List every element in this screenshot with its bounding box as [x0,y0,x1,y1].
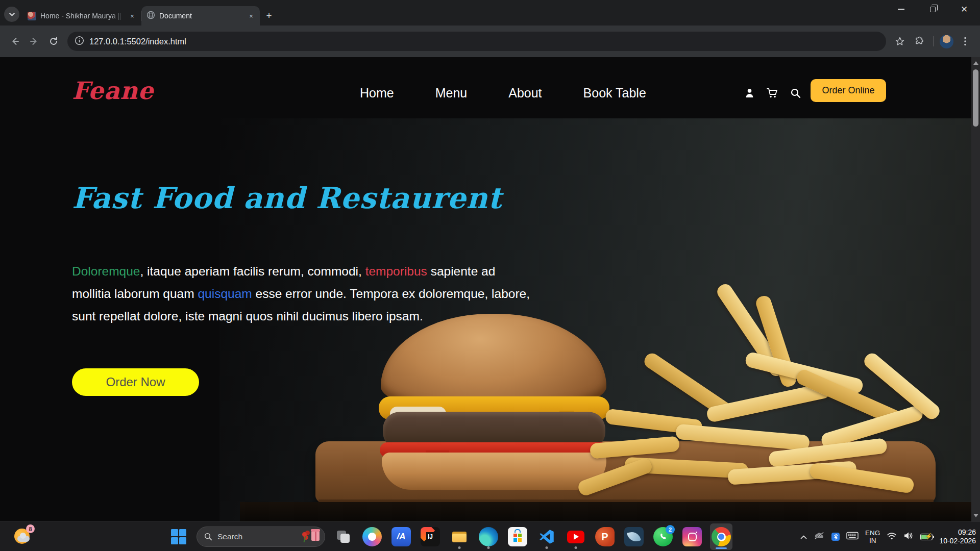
app-a-icon: /A [391,527,411,546]
taskbar-app-instagram[interactable] [681,523,703,550]
site-nav: Home Menu About Book Table [360,86,646,101]
globe-favicon [146,11,155,21]
taskbar-app-a[interactable]: /A [390,523,412,550]
tray-date: 10-02-2026 [939,537,976,545]
powerpoint-icon: P [595,527,615,546]
back-icon[interactable] [5,32,24,51]
search-promo-icon [302,530,320,543]
nav-item-about[interactable]: About [508,86,542,101]
chrome-icon [712,527,731,546]
tray-time: 09:26 [939,528,976,537]
close-window-icon[interactable]: ✕ [948,0,980,18]
close-icon[interactable]: × [128,11,137,20]
taskbar-app-intellij[interactable]: IJ [419,523,442,550]
taskbar-clock[interactable]: 09:26 10-02-2026 [939,528,976,545]
restore-icon[interactable] [917,0,948,18]
intellij-icon: IJ [421,527,440,546]
page-scrollbar[interactable] [971,57,980,521]
hidden-icons-chevron[interactable] [800,532,807,541]
order-now-button[interactable]: Order Now [72,368,199,396]
taskbar-app-powerpoint[interactable]: P [594,523,616,550]
vscode-icon [537,527,556,546]
address-bar[interactable]: 127.0.0.1:5502/index.html [67,32,886,51]
user-icon[interactable] [744,88,755,101]
weather-widget[interactable]: 8 [13,527,34,547]
url-text[interactable]: 127.0.0.1:5502/index.html [89,37,186,46]
tab-title: Document [159,12,242,20]
cart-icon[interactable] [767,88,778,101]
search-label: Search [217,532,297,541]
taskbar-search[interactable]: Search [197,527,325,547]
taskbar-app-store[interactable] [506,523,529,550]
volume-icon[interactable] [903,532,914,542]
menu-dots-icon[interactable] [955,32,975,51]
touch-keyboard-icon[interactable] [846,532,859,542]
webpage-viewport: Feane Home Menu About Book Table Order O… [0,57,980,521]
wifi-icon[interactable] [887,532,897,542]
table-surface [240,502,971,521]
reload-icon[interactable] [44,32,63,51]
bookmark-star-icon[interactable] [890,32,910,51]
photo-favicon [28,12,36,20]
extensions-icon[interactable] [910,32,929,51]
scroll-up-icon[interactable] [973,61,978,65]
taskbar-app-chrome[interactable] [710,523,732,550]
burger-illustration [379,314,609,490]
toolbar-divider [933,36,934,46]
task-view-icon [333,527,353,546]
scrollbar-thumb[interactable] [973,69,978,127]
browser-tab-strip: Home - Shikhar Maurya || PHP D × Documen… [0,0,980,26]
tab-list-chevron-icon[interactable] [4,7,19,22]
taskbar-app-file-explorer[interactable] [448,523,471,550]
header-icons [744,88,801,101]
language-indicator[interactable]: ENG IN [865,529,880,544]
profile-avatar[interactable] [940,35,953,48]
taskbar-app-youtube[interactable] [565,523,587,550]
taskbar-app-whatsapp[interactable]: 2 [652,523,674,550]
whatsapp-badge: 2 [666,525,675,534]
windows-taskbar: 8 Search /A IJ P 2 [0,521,980,551]
tab-document[interactable]: Document × [141,6,260,26]
mysql-workbench-icon [624,527,644,546]
hero-paragraph: Doloremque, itaque aperiam facilis rerum… [72,260,534,328]
taskbar-app-task-view[interactable] [332,523,354,550]
battery-charging-icon[interactable]: ⚡ [920,534,933,540]
notification-badge: 8 [26,524,35,533]
copilot-icon [362,527,382,546]
nav-item-book-table[interactable]: Book Table [583,86,646,101]
site-logo[interactable]: Feane [72,77,154,105]
tab-title: Home - Shikhar Maurya || PHP D [40,12,124,20]
taskbar-app-copilot[interactable] [361,523,383,550]
new-tab-button[interactable]: + [262,9,276,23]
start-icon [171,529,186,544]
instagram-icon [682,527,702,546]
file-explorer-icon [450,527,469,546]
order-online-button[interactable]: Order Online [811,79,886,102]
forward-icon[interactable] [24,32,44,51]
minimize-icon[interactable] [885,0,917,18]
weather-cloud-icon [17,536,30,542]
taskbar-app-mysql[interactable] [623,523,645,550]
close-icon[interactable]: × [247,11,256,20]
onedrive-paused-icon[interactable] [814,532,825,542]
start-button[interactable] [167,523,190,550]
tab-home-shikhar[interactable]: Home - Shikhar Maurya || PHP D × [22,6,141,26]
taskbar-app-edge[interactable] [477,523,500,550]
browser-toolbar: 127.0.0.1:5502/index.html [0,26,980,57]
search-icon[interactable] [790,88,801,101]
taskbar-app-vscode[interactable] [535,523,558,550]
microsoft-store-icon [508,527,527,546]
nav-item-home[interactable]: Home [360,86,394,101]
info-icon[interactable] [75,36,84,47]
fries-illustration [576,318,939,498]
window-controls: ✕ [885,0,980,26]
youtube-icon [566,527,585,546]
scroll-down-icon[interactable] [973,514,978,517]
taskbar-center: Search /A IJ P 2 [167,522,732,551]
nav-item-menu[interactable]: Menu [435,86,468,101]
bluetooth-icon[interactable] [831,533,840,541]
system-tray: ENG IN ⚡ 09:26 10-02-2026 [800,522,976,551]
search-icon [204,533,212,541]
whatsapp-icon: 2 [653,527,673,546]
hero-title: Fast Food and Restaurent [72,181,502,215]
